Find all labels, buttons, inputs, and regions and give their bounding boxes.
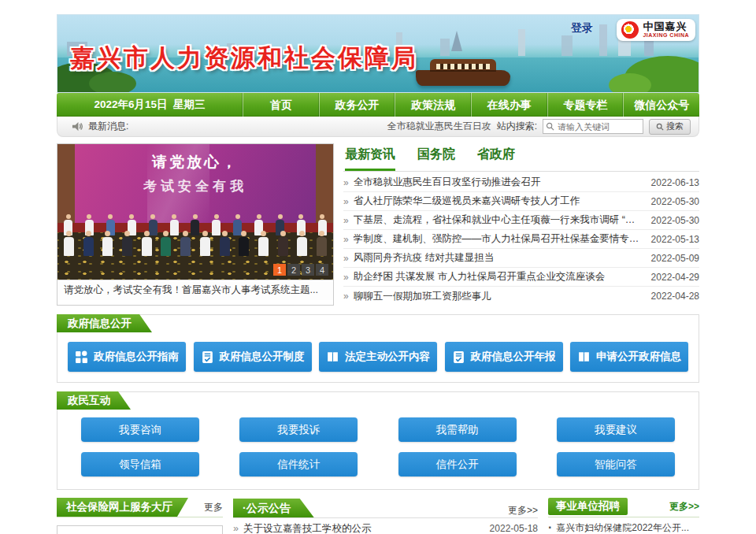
news-list: » 全市稳就业惠民生百日攻坚行动推进会召开 2022-06-13 » 省人社厅陈… [343,173,699,306]
news-ticker[interactable]: 全市稳就业惠民生百日攻 [387,120,491,133]
search-input[interactable] [543,119,643,134]
book-icon [326,350,339,364]
search-icon [656,123,664,131]
carousel-pager: 1 2 3 4 [273,264,328,276]
double-arrow-icon: » [343,291,349,302]
double-arrow-icon: » [343,234,349,245]
news-row[interactable]: » 省人社厅陈荣华二级巡视员来嘉兴调研专技人才工作 2022-05-30 [343,192,699,211]
news-row[interactable]: » 聊聊五一假期加班工资那些事儿 2022-04-28 [343,287,699,306]
people-front-row [64,231,327,256]
logo-ring-icon [621,21,639,39]
news-row[interactable]: » 全市稳就业惠民生百日攻坚行动推进会召开 2022-06-13 [343,173,699,192]
book-icon [577,350,591,364]
news-row[interactable]: » 下基层、走流程，省社保和就业中心主任项薇一行来我市调研 “国统” 上线情况 … [343,211,699,230]
smart-qa-button[interactable]: 智能问答 [557,452,675,477]
slide-headline-2: 考试安全有我 [57,177,333,195]
building-silhouette [518,29,525,56]
building-silhouette [599,24,607,56]
leader-mailbox-button[interactable]: 领导信箱 [81,452,199,477]
service-item-print-cert[interactable]: 个人(单位)社保证明打印 [57,525,223,534]
search-icon [546,122,554,131]
announcements-more-link[interactable]: 更多>> [508,504,538,517]
pagoda-silhouette [451,31,462,51]
news-date: 2022-04-29 [651,272,699,283]
news-date: 2022-05-30 [651,215,699,226]
pager-dot-4[interactable]: 4 [316,264,328,276]
tab-provincial-gov[interactable]: 省政府 [477,146,515,171]
consult-button[interactable]: 我要咨询 [81,417,199,442]
login-link[interactable]: 登录 [571,21,593,35]
person-figure [258,231,269,256]
tab-state-council[interactable]: 国务院 [417,146,455,171]
news-date: 2022-05-30 [651,196,699,207]
logo-subtitle: JIAXING CHINA [643,32,689,39]
recruitment-row[interactable]: 嘉兴市妇幼保健院2022年公开... [548,517,699,534]
need-help-button[interactable]: 我需帮助 [398,417,517,442]
grid-icon [75,350,88,364]
recruitment-more-link[interactable]: 更多>> [669,500,699,514]
section-title-ribbon: 政府信息公开 [57,314,152,332]
double-arrow-icon: » [343,177,349,188]
recruitment-title: 事业单位招聘 [548,498,628,515]
speaker-icon [72,121,83,132]
double-arrow-icon: » [343,215,349,226]
main-navbar: 2022年6月15日 星期三 首页 政务公开 政策法规 在线办事 专题专栏 微信… [57,93,699,117]
news-row[interactable]: » 风雨同舟齐抗疫 结对共建显担当 2022-05-09 [343,249,699,268]
red-boat-illustration [416,70,510,86]
letter-disclosure-button[interactable]: 信件公开 [398,452,517,477]
annual-report-button[interactable]: 政府信息公开年报 [445,342,563,372]
news-panel: 最新资讯 国务院 省政府 » 全市稳就业惠民生百日攻坚行动推进会召开 2022-… [343,143,699,306]
slide-headline: 请党放心， [57,152,333,172]
statutory-disclosure-button[interactable]: 法定主动公开内容 [319,342,437,372]
tab-latest-news[interactable]: 最新资讯 [345,146,395,171]
header-banner: 嘉兴市人力资源和社会保障局 登录 中国嘉兴 JIAXING CHINA [57,14,699,93]
person-figure [278,231,288,256]
person-figure [317,231,327,256]
building-silhouette [440,39,450,56]
info-guide-button[interactable]: 政府信息公开指南 [68,342,186,372]
double-arrow-icon: » [343,253,349,264]
info-system-button[interactable]: 政府信息公开制度 [194,342,312,372]
complaint-button[interactable]: 我要投诉 [239,417,358,442]
news-date: 2022-04-28 [651,291,699,302]
double-arrow-icon: » [343,272,349,283]
person-figure [122,231,132,256]
pager-dot-1[interactable]: 1 [273,264,286,276]
info-disclosure-section: 政府信息公开 政府信息公开指南 政府信息公开制度 [57,314,699,383]
nav-item-wechat[interactable]: 微信公众号 [623,93,699,117]
social-insurance-more-link[interactable]: 更多 [204,501,223,514]
person-figure [239,231,249,256]
carousel-caption[interactable]: 请党放心，考试安全有我！首届嘉兴市人事考试系统主题... [57,280,333,300]
page: 嘉兴市人力资源和社会保障局 登录 中国嘉兴 JIAXING CHINA 2022… [57,0,699,534]
person-figure [297,231,307,256]
search-button[interactable]: 搜索 [649,119,691,135]
photo-carousel[interactable]: 请党放心， 考试安全有我 [57,143,334,306]
nav-item-policies[interactable]: 政策法规 [395,93,471,117]
request-disclosure-button[interactable]: 申请公开政府信息 [570,342,688,372]
news-date: 2022-06-13 [651,177,699,188]
pager-dot-2[interactable]: 2 [287,264,300,276]
person-figure [83,231,94,256]
news-row[interactable]: » 学制度、建机制、强防控——市人力社保局召开社保基金要情专题学习会 2022-… [343,230,699,249]
news-row[interactable]: » 助企纾困 共谋发展 市人力社保局召开重点企业交流座谈会 2022-04-29 [343,268,699,287]
latest-news-label: 最新消息: [88,120,128,133]
person-figure [142,231,152,256]
person-figure [102,231,113,256]
nav-item-gov-affairs[interactable]: 政务公开 [319,93,395,117]
news-date: 2022-05-13 [651,234,699,245]
nav-item-online-services[interactable]: 在线办事 [471,93,547,117]
nav-item-special-topics[interactable]: 专题专栏 [547,93,624,117]
tree-decoration [609,73,651,93]
jiaxing-logo[interactable]: 中国嘉兴 JIAXING CHINA [617,19,695,41]
suggestion-button[interactable]: 我要建议 [557,417,675,442]
announcement-row[interactable]: » 关于设立嘉善技工学校的公示 2022-05-18 [233,518,538,534]
site-search-label: 站内搜索: [497,120,537,133]
recruitment-section: 事业单位招聘 更多>> 嘉兴市妇幼保健院2022年公开... 2022年嘉兴市属… [548,498,699,534]
announcement-date: 2022-05-18 [490,523,538,534]
double-arrow-icon: » [343,196,349,207]
nav-item-home[interactable]: 首页 [243,93,319,117]
citizen-interaction-section: 政民互动 我要咨询 我要投诉 我需帮助 我要建议 领导信箱 信件统计 信件公开 … [57,391,699,490]
letter-stats-button[interactable]: 信件统计 [239,452,358,477]
person-figure [220,231,230,256]
pager-dot-3[interactable]: 3 [302,264,314,276]
